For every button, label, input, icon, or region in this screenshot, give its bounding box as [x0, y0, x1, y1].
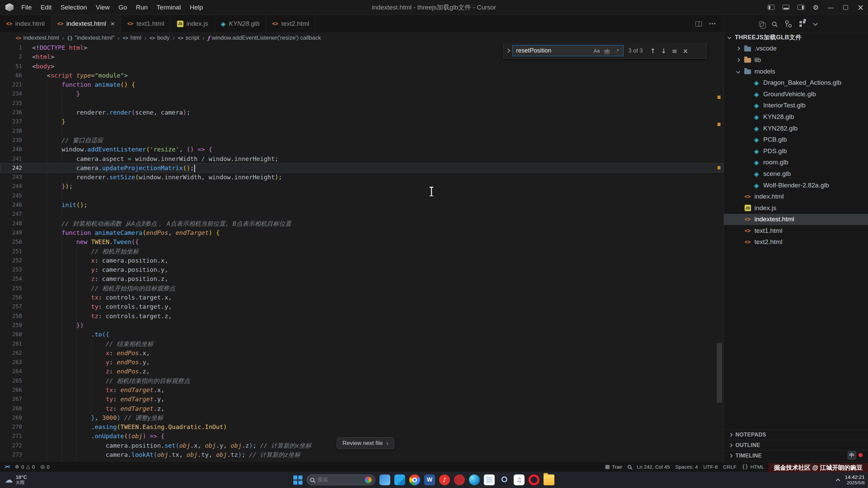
- code-line-240[interactable]: 240 window.addEventListener('resize', ()…: [0, 145, 724, 154]
- line-number[interactable]: 254: [0, 274, 26, 283]
- code-line-263[interactable]: 263 y: endPos.y,: [0, 358, 724, 367]
- menu-selection[interactable]: Selection: [56, 0, 91, 15]
- tree-item-PDS.glb[interactable]: ◈PDS.glb: [724, 145, 868, 157]
- tree-item-Wolf-Blender-2.82a.glb[interactable]: ◈Wolf-Blender-2.82a.glb: [724, 180, 868, 191]
- line-number[interactable]: 266: [0, 385, 26, 394]
- panel-left-button[interactable]: [764, 0, 778, 15]
- line-number[interactable]: 269: [0, 413, 26, 422]
- code-line-242[interactable]: 242 camera.updateProjectionMatrix();: [0, 163, 724, 172]
- minimize-button[interactable]: —: [823, 0, 838, 15]
- tree-item-indextest.html[interactable]: <>indextest.html: [724, 214, 868, 225]
- ime-indicator[interactable]: 中: [848, 451, 863, 460]
- line-number[interactable]: 240: [0, 145, 26, 154]
- line-number[interactable]: 242: [0, 163, 26, 172]
- line-number[interactable]: 252: [0, 256, 26, 265]
- tree-item-text2.html[interactable]: <>text2.html: [724, 237, 868, 248]
- code-line-243[interactable]: 243 renderer.setSize(window.innerWidth, …: [0, 172, 724, 182]
- word-app-icon[interactable]: [424, 474, 435, 485]
- menu-terminal[interactable]: Terminal: [152, 0, 185, 15]
- previous-match-button[interactable]: ↑: [648, 45, 658, 56]
- line-number[interactable]: 272: [0, 441, 26, 450]
- find-input[interactable]: [516, 47, 583, 54]
- tab-text1.html[interactable]: <>text1.html: [121, 15, 171, 33]
- breadcrumb-item[interactable]: <>body: [150, 35, 170, 41]
- line-number[interactable]: 2: [0, 52, 26, 61]
- match-case-button[interactable]: Aa: [592, 46, 601, 55]
- music-player-app-icon[interactable]: [514, 474, 525, 485]
- qq-music-app-icon[interactable]: [454, 474, 465, 485]
- maximize-button[interactable]: [838, 0, 853, 15]
- line-number[interactable]: 250: [0, 237, 26, 246]
- code-line-51[interactable]: 51<body>: [0, 62, 724, 71]
- file-explorer-app-icon[interactable]: [544, 474, 554, 485]
- code-line-66[interactable]: 66 <script type="module">: [0, 71, 724, 80]
- code-line-221[interactable]: 221 function animate() {: [0, 80, 724, 89]
- opera-app-icon[interactable]: [529, 474, 539, 485]
- code-line-262[interactable]: 262 x: endPos.x,: [0, 348, 724, 358]
- status-encoding[interactable]: UTF-8: [701, 462, 721, 472]
- line-number[interactable]: 246: [0, 200, 26, 209]
- steam-app-icon[interactable]: [499, 474, 510, 485]
- line-number[interactable]: 248: [0, 219, 26, 228]
- line-number[interactable]: 237: [0, 117, 26, 126]
- taskbar-search[interactable]: [307, 474, 375, 485]
- breadcrumb-item[interactable]: <>indextest.html: [16, 35, 59, 41]
- code-line-261[interactable]: 261 // 结束相机坐标: [0, 339, 724, 348]
- status-remote-window[interactable]: ><: [2, 462, 12, 472]
- line-number[interactable]: 256: [0, 293, 26, 302]
- line-number[interactable]: 243: [0, 172, 26, 182]
- status-cursor-position[interactable]: Ln 242, Col 45: [634, 462, 673, 472]
- weather-widget[interactable]: ☁ 18°C 大雨: [5, 474, 27, 485]
- code-line-260[interactable]: 260 .to({: [0, 330, 724, 339]
- code-line-269[interactable]: 269 }, 3000) // 调整y坐标: [0, 413, 724, 422]
- status-problems[interactable]: ⊗0△0: [12, 462, 38, 472]
- notes-app-icon[interactable]: [484, 474, 495, 485]
- menu-file[interactable]: File: [17, 0, 36, 15]
- line-number[interactable]: 255: [0, 284, 26, 293]
- menu-run[interactable]: Run: [132, 0, 152, 15]
- code-line-268[interactable]: 268 tz: endTarget.z,: [0, 404, 724, 413]
- line-number[interactable]: 235: [0, 99, 26, 108]
- line-number[interactable]: 261: [0, 339, 26, 348]
- tab-KYN28.glb[interactable]: ◈KYN28.glb: [215, 15, 266, 33]
- code-line-258[interactable]: 258 tz: controls.target.z,: [0, 311, 724, 321]
- code-line-245[interactable]: 245: [0, 191, 724, 200]
- line-number[interactable]: 251: [0, 247, 26, 256]
- line-number[interactable]: 66: [0, 71, 26, 80]
- code-line-234[interactable]: 234 }: [0, 89, 724, 98]
- code-line-249[interactable]: 249 function animateCamera(endPos, endTa…: [0, 228, 724, 237]
- line-number[interactable]: 249: [0, 228, 26, 237]
- tree-item-lib[interactable]: lib: [724, 54, 868, 66]
- line-number[interactable]: 234: [0, 89, 26, 98]
- panel-bottom-button[interactable]: [778, 0, 793, 15]
- breadcrumb-item[interactable]: <>script: [178, 35, 199, 41]
- scrollbar-thumb[interactable]: [717, 343, 722, 403]
- vscode-app-icon[interactable]: [394, 474, 405, 485]
- section-timeline[interactable]: TIMELINE: [724, 450, 868, 461]
- code-line-248[interactable]: 248 // 封装相机动画函数 从A点到B点， A点表示相机当前位置, B点表示…: [0, 219, 724, 228]
- toggle-replace-button[interactable]: [504, 43, 512, 58]
- start-button[interactable]: [293, 475, 302, 485]
- status-ports-forwarded[interactable]: ◎0: [38, 462, 52, 472]
- tree-item-index.js[interactable]: JSindex.js: [724, 202, 868, 214]
- line-number[interactable]: 264: [0, 367, 26, 376]
- line-number[interactable]: 221: [0, 80, 26, 89]
- line-number[interactable]: 245: [0, 191, 26, 200]
- edge-app-icon[interactable]: [469, 474, 480, 485]
- tab-indextest.html[interactable]: <>indextest.html×: [51, 15, 121, 33]
- line-number[interactable]: 265: [0, 376, 26, 385]
- tab-text2.html[interactable]: <>text2.html: [266, 15, 316, 33]
- section-outline[interactable]: OUTLINE: [724, 440, 868, 450]
- tree-item-KYN28.glb[interactable]: ◈KYN28.glb: [724, 111, 868, 123]
- code-editor[interactable]: 1<!DOCTYPE html>2<html>51<body>66 <scrip…: [0, 43, 724, 461]
- code-line-255[interactable]: 255 // 相机开始指向的目标观察点: [0, 284, 724, 293]
- code-line-250[interactable]: 250 new TWEEN.Tween({: [0, 237, 724, 246]
- chrome-app-icon[interactable]: [409, 474, 420, 485]
- status-eol-sequence[interactable]: CRLF: [721, 462, 739, 472]
- code-line-246[interactable]: 246 init();: [0, 200, 724, 209]
- taskbar-clock[interactable]: 14:42:21 2025/5/8: [845, 474, 865, 486]
- menu-edit[interactable]: Edit: [36, 0, 56, 15]
- whole-word-button[interactable]: ab: [602, 46, 612, 55]
- code-line-266[interactable]: 266 tx: endTarget.x,: [0, 385, 724, 394]
- tree-item-GroundVehicle.glb[interactable]: ◈GroundVehicle.glb: [724, 88, 868, 100]
